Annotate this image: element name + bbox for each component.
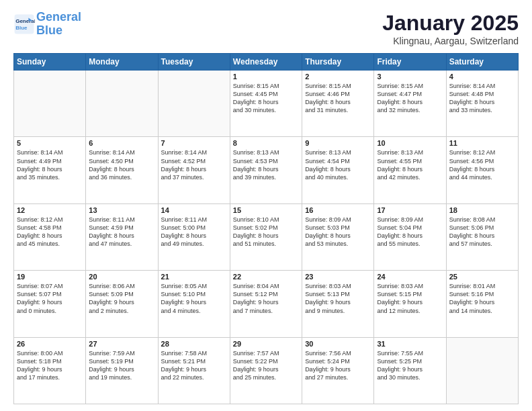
day-info: Sunrise: 8:03 AM Sunset: 5:13 PM Dayligh…: [305, 282, 371, 315]
day-info: Sunrise: 7:58 AM Sunset: 5:21 PM Dayligh…: [161, 349, 227, 382]
weekday-header-monday: Monday: [86, 54, 158, 71]
day-info: Sunrise: 8:15 AM Sunset: 4:47 PM Dayligh…: [377, 82, 443, 115]
week-row-2: 5Sunrise: 8:14 AM Sunset: 4:49 PM Daylig…: [14, 137, 519, 203]
day-number: 15: [233, 206, 299, 214]
logo-icon: General Blue: [13, 13, 35, 35]
day-number: 12: [17, 206, 83, 214]
day-info: Sunrise: 8:15 AM Sunset: 4:46 PM Dayligh…: [305, 82, 371, 115]
calendar-table: SundayMondayTuesdayWednesdayThursdayFrid…: [13, 53, 519, 404]
day-info: Sunrise: 8:13 AM Sunset: 4:53 PM Dayligh…: [233, 148, 299, 181]
calendar-cell: [158, 71, 230, 137]
day-info: Sunrise: 8:12 AM Sunset: 4:56 PM Dayligh…: [449, 148, 515, 181]
calendar-cell: 27Sunrise: 7:59 AM Sunset: 5:19 PM Dayli…: [86, 337, 158, 404]
calendar-cell: 10Sunrise: 8:13 AM Sunset: 4:55 PM Dayli…: [374, 137, 446, 203]
day-number: 25: [449, 273, 515, 281]
calendar-cell: 28Sunrise: 7:58 AM Sunset: 5:21 PM Dayli…: [158, 337, 230, 404]
calendar-cell: 26Sunrise: 8:00 AM Sunset: 5:18 PM Dayli…: [14, 337, 86, 404]
svg-text:Blue: Blue: [15, 25, 28, 31]
day-number: 7: [161, 139, 227, 147]
weekday-row: SundayMondayTuesdayWednesdayThursdayFrid…: [14, 54, 519, 71]
calendar-cell: 23Sunrise: 8:03 AM Sunset: 5:13 PM Dayli…: [302, 271, 374, 337]
calendar-cell: 17Sunrise: 8:09 AM Sunset: 5:04 PM Dayli…: [374, 203, 446, 270]
location: Klingnau, Aargau, Switzerland: [382, 36, 519, 46]
title-block: January 2025 Klingnau, Aargau, Switzerla…: [382, 11, 519, 46]
day-number: 29: [233, 340, 299, 348]
day-number: 3: [377, 73, 443, 81]
day-info: Sunrise: 8:14 AM Sunset: 4:48 PM Dayligh…: [449, 82, 515, 115]
day-number: 31: [377, 340, 443, 348]
day-number: 23: [305, 273, 371, 281]
day-info: Sunrise: 8:13 AM Sunset: 4:54 PM Dayligh…: [305, 148, 371, 181]
weekday-header-friday: Friday: [374, 54, 446, 71]
day-info: Sunrise: 7:59 AM Sunset: 5:19 PM Dayligh…: [89, 349, 154, 382]
calendar-cell: 11Sunrise: 8:12 AM Sunset: 4:56 PM Dayli…: [446, 137, 518, 203]
calendar-cell: 2Sunrise: 8:15 AM Sunset: 4:46 PM Daylig…: [302, 71, 374, 137]
day-number: 20: [89, 273, 154, 281]
day-info: Sunrise: 8:14 AM Sunset: 4:52 PM Dayligh…: [161, 148, 227, 181]
day-number: 26: [17, 340, 83, 348]
day-info: Sunrise: 8:03 AM Sunset: 5:15 PM Dayligh…: [377, 282, 443, 315]
day-number: 27: [89, 340, 154, 348]
calendar-cell: 12Sunrise: 8:12 AM Sunset: 4:58 PM Dayli…: [14, 203, 86, 270]
logo: General Blue General Blue: [13, 11, 81, 38]
calendar-cell: 19Sunrise: 8:07 AM Sunset: 5:07 PM Dayli…: [14, 271, 86, 337]
day-number: 8: [233, 139, 299, 147]
day-number: 21: [161, 273, 227, 281]
header: General Blue General Blue January 2025 K…: [13, 11, 519, 46]
logo-text: General Blue: [36, 11, 81, 38]
day-number: 24: [377, 273, 443, 281]
day-info: Sunrise: 8:04 AM Sunset: 5:12 PM Dayligh…: [233, 282, 299, 315]
day-number: 16: [305, 206, 371, 214]
calendar-cell: 30Sunrise: 7:56 AM Sunset: 5:24 PM Dayli…: [302, 337, 374, 404]
day-info: Sunrise: 8:09 AM Sunset: 5:04 PM Dayligh…: [377, 216, 443, 248]
day-info: Sunrise: 8:11 AM Sunset: 5:00 PM Dayligh…: [161, 216, 227, 248]
day-number: 1: [233, 73, 299, 81]
calendar-header: SundayMondayTuesdayWednesdayThursdayFrid…: [14, 54, 519, 71]
day-info: Sunrise: 8:08 AM Sunset: 5:06 PM Dayligh…: [449, 216, 515, 248]
calendar-cell: 5Sunrise: 8:14 AM Sunset: 4:49 PM Daylig…: [14, 137, 86, 203]
day-info: Sunrise: 7:55 AM Sunset: 5:25 PM Dayligh…: [377, 349, 443, 382]
day-info: Sunrise: 8:09 AM Sunset: 5:03 PM Dayligh…: [305, 216, 371, 248]
calendar-cell: 13Sunrise: 8:11 AM Sunset: 4:59 PM Dayli…: [86, 203, 158, 270]
day-number: 28: [161, 340, 227, 348]
calendar-cell: 29Sunrise: 7:57 AM Sunset: 5:22 PM Dayli…: [230, 337, 302, 404]
week-row-5: 26Sunrise: 8:00 AM Sunset: 5:18 PM Dayli…: [14, 337, 519, 404]
day-number: 13: [89, 206, 154, 214]
day-info: Sunrise: 8:00 AM Sunset: 5:18 PM Dayligh…: [17, 349, 83, 382]
calendar-cell: 25Sunrise: 8:01 AM Sunset: 5:16 PM Dayli…: [446, 271, 518, 337]
day-info: Sunrise: 8:13 AM Sunset: 4:55 PM Dayligh…: [377, 148, 443, 181]
weekday-header-thursday: Thursday: [302, 54, 374, 71]
day-number: 2: [305, 73, 371, 81]
day-number: 4: [449, 73, 515, 81]
day-info: Sunrise: 8:11 AM Sunset: 4:59 PM Dayligh…: [89, 216, 154, 248]
calendar-cell: 8Sunrise: 8:13 AM Sunset: 4:53 PM Daylig…: [230, 137, 302, 203]
calendar-cell: 20Sunrise: 8:06 AM Sunset: 5:09 PM Dayli…: [86, 271, 158, 337]
week-row-3: 12Sunrise: 8:12 AM Sunset: 4:58 PM Dayli…: [14, 203, 519, 270]
day-info: Sunrise: 8:06 AM Sunset: 5:09 PM Dayligh…: [89, 282, 154, 315]
calendar-cell: 14Sunrise: 8:11 AM Sunset: 5:00 PM Dayli…: [158, 203, 230, 270]
day-info: Sunrise: 8:07 AM Sunset: 5:07 PM Dayligh…: [17, 282, 83, 315]
day-number: 22: [233, 273, 299, 281]
day-info: Sunrise: 8:15 AM Sunset: 4:45 PM Dayligh…: [233, 82, 299, 115]
calendar-cell: [86, 71, 158, 137]
calendar-body: 1Sunrise: 8:15 AM Sunset: 4:45 PM Daylig…: [14, 71, 519, 404]
day-info: Sunrise: 8:05 AM Sunset: 5:10 PM Dayligh…: [161, 282, 227, 315]
day-number: 6: [89, 139, 154, 147]
weekday-header-saturday: Saturday: [446, 54, 518, 71]
calendar-cell: 18Sunrise: 8:08 AM Sunset: 5:06 PM Dayli…: [446, 203, 518, 270]
page: General Blue General Blue January 2025 K…: [0, 0, 532, 411]
calendar-cell: 9Sunrise: 8:13 AM Sunset: 4:54 PM Daylig…: [302, 137, 374, 203]
weekday-header-wednesday: Wednesday: [230, 54, 302, 71]
day-number: 17: [377, 206, 443, 214]
day-number: 18: [449, 206, 515, 214]
weekday-header-tuesday: Tuesday: [158, 54, 230, 71]
day-number: 9: [305, 139, 371, 147]
calendar-cell: 6Sunrise: 8:14 AM Sunset: 4:50 PM Daylig…: [86, 137, 158, 203]
calendar-cell: [446, 337, 518, 404]
day-info: Sunrise: 7:57 AM Sunset: 5:22 PM Dayligh…: [233, 349, 299, 382]
calendar-cell: 3Sunrise: 8:15 AM Sunset: 4:47 PM Daylig…: [374, 71, 446, 137]
calendar-cell: [14, 71, 86, 137]
day-number: 5: [17, 139, 83, 147]
day-number: 14: [161, 206, 227, 214]
calendar-cell: 21Sunrise: 8:05 AM Sunset: 5:10 PM Dayli…: [158, 271, 230, 337]
